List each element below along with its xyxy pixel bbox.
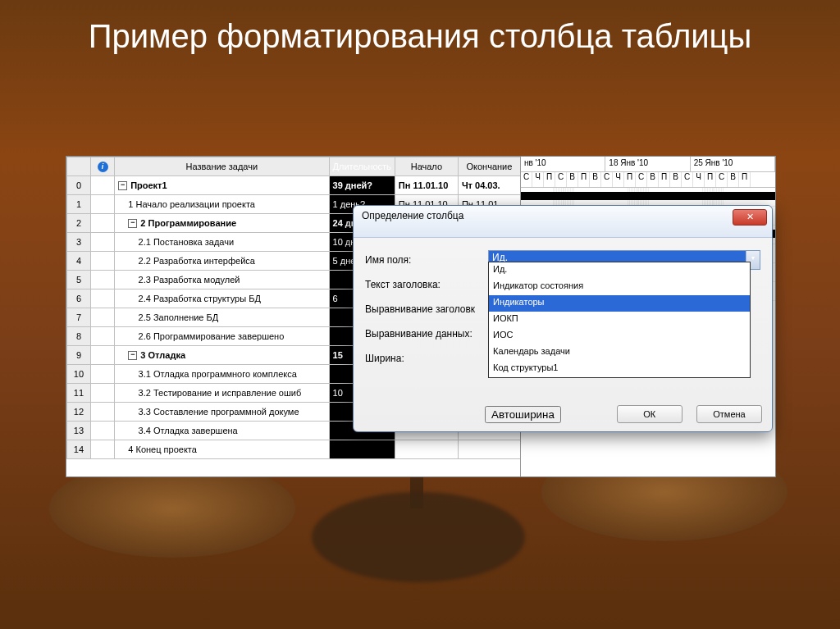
end-cell[interactable]: Чт 04.03. bbox=[458, 176, 520, 195]
collapse-toggle[interactable]: − bbox=[128, 219, 137, 228]
gantt-day: Ч bbox=[693, 172, 705, 187]
indicator-cell bbox=[90, 403, 114, 422]
row-number: 11 bbox=[67, 384, 91, 403]
dropdown-option[interactable]: ИОС bbox=[489, 328, 750, 344]
col-header-start[interactable]: Начало bbox=[395, 157, 458, 176]
label-width: Ширина: bbox=[365, 353, 488, 364]
indicator-cell bbox=[90, 176, 114, 195]
indicator-cell bbox=[90, 346, 114, 365]
task-name-cell[interactable]: 2.3 Разработка модулей bbox=[115, 271, 329, 289]
task-name-cell[interactable]: −3 Отладка bbox=[115, 346, 329, 365]
col-header-end[interactable]: Окончание bbox=[458, 157, 520, 176]
indicator-cell bbox=[90, 214, 114, 233]
dialog-titlebar[interactable]: Определение столбца ✕ bbox=[354, 206, 772, 238]
gantt-day: С bbox=[716, 172, 728, 187]
cancel-button[interactable]: Отмена bbox=[696, 405, 762, 423]
gantt-row bbox=[521, 188, 775, 207]
collapse-toggle[interactable]: − bbox=[128, 351, 137, 360]
dialog-close-button[interactable]: ✕ bbox=[733, 209, 767, 226]
gantt-day: С bbox=[601, 172, 613, 187]
label-data-align: Выравнивание данных: bbox=[365, 328, 488, 340]
indicator-cell bbox=[90, 422, 114, 440]
dropdown-option[interactable]: Календарь задачи bbox=[489, 344, 750, 361]
task-name-cell[interactable]: 1 Начало реализации проекта bbox=[115, 195, 329, 214]
ok-button[interactable]: ОК bbox=[617, 405, 682, 423]
dropdown-option[interactable]: Ид. bbox=[489, 262, 750, 279]
task-name-cell[interactable]: 3.1 Отладка программного комплекса bbox=[115, 365, 329, 384]
dropdown-option[interactable]: Индикаторы bbox=[489, 295, 750, 312]
task-name-cell[interactable]: 2.5 Заполнение БД bbox=[115, 308, 329, 327]
row-number: 12 bbox=[67, 403, 91, 422]
gantt-day: С bbox=[636, 172, 647, 187]
gantt-day: П bbox=[705, 172, 716, 187]
gantt-week: 25 Янв '10 bbox=[691, 157, 775, 171]
col-header-name[interactable]: Название задачи bbox=[115, 157, 329, 176]
end-cell[interactable] bbox=[458, 440, 520, 459]
row-number: 7 bbox=[67, 308, 91, 327]
gantt-day: В bbox=[670, 172, 682, 187]
gantt-day: С bbox=[521, 172, 532, 187]
table-row[interactable]: 14 4 Конец проекта bbox=[67, 440, 521, 459]
summary-bar[interactable] bbox=[521, 192, 775, 200]
gantt-day: П bbox=[624, 172, 636, 187]
task-name-cell[interactable]: 2.1 Постановка задачи bbox=[115, 233, 329, 252]
indicator-cell bbox=[90, 195, 114, 214]
indicator-cell bbox=[90, 252, 114, 271]
task-name-cell[interactable]: 2.4 Разработка структуры БД bbox=[115, 289, 329, 308]
duration-cell[interactable] bbox=[329, 440, 395, 459]
gantt-day: В bbox=[567, 172, 578, 187]
label-title-text: Текст заголовка: bbox=[365, 279, 488, 290]
task-name-cell[interactable]: 3.3 Составление программной докуме bbox=[115, 403, 329, 422]
gantt-day: В bbox=[590, 172, 601, 187]
gantt-day: Ч bbox=[532, 172, 544, 187]
task-name-cell[interactable]: −2 Программирование bbox=[115, 214, 329, 233]
indicator-cell bbox=[90, 233, 114, 252]
gantt-days-header: СЧПСВПВСЧПСВПВСЧПСВП bbox=[521, 172, 775, 188]
info-icon: i bbox=[98, 162, 108, 172]
row-number: 13 bbox=[67, 422, 91, 440]
slide-title: Пример форматирования столбца таблицы bbox=[0, 16, 840, 56]
dropdown-option[interactable]: Индикатор состояния bbox=[489, 279, 750, 295]
row-number: 5 bbox=[67, 271, 91, 289]
indicator-cell bbox=[90, 384, 114, 403]
scales-base bbox=[312, 492, 525, 582]
task-name-cell[interactable]: 4 Конец проекта bbox=[115, 440, 329, 459]
row-number: 9 bbox=[67, 346, 91, 365]
row-number: 2 bbox=[67, 214, 91, 233]
row-number: 6 bbox=[67, 289, 91, 308]
indicator-cell bbox=[90, 308, 114, 327]
task-name-cell[interactable]: −Проект1 bbox=[115, 176, 329, 195]
task-name-cell[interactable]: 2.2 Разработка интерфейса bbox=[115, 252, 329, 271]
field-name-dropdown[interactable]: Ид.Индикатор состоянияИндикаторыИОКПИОСК… bbox=[488, 262, 751, 378]
indicator-cell bbox=[90, 271, 114, 289]
indicator-cell bbox=[90, 327, 114, 346]
task-name-cell[interactable]: 2.6 Программирование завершено bbox=[115, 327, 329, 346]
dialog-title: Определение столбца bbox=[362, 210, 463, 221]
col-header-indicator[interactable]: i bbox=[90, 157, 114, 176]
gantt-day: В bbox=[728, 172, 739, 187]
gantt-weeks-header: нв '1018 Янв '1025 Янв '10 bbox=[521, 157, 775, 172]
col-header-rownum[interactable] bbox=[67, 157, 91, 176]
row-number: 0 bbox=[67, 176, 91, 195]
gantt-day: П bbox=[739, 172, 751, 187]
start-cell[interactable]: Пн 11.01.10 bbox=[395, 176, 458, 195]
gantt-day: В bbox=[647, 172, 659, 187]
indicator-cell bbox=[90, 440, 114, 459]
task-name-cell[interactable]: 3.4 Отладка завершена bbox=[115, 422, 329, 440]
indicator-cell bbox=[90, 365, 114, 384]
start-cell[interactable] bbox=[395, 440, 458, 459]
task-name-cell[interactable]: 3.2 Тестирование и исправление ошиб bbox=[115, 384, 329, 403]
gantt-day: Ч bbox=[613, 172, 624, 187]
collapse-toggle[interactable]: − bbox=[118, 181, 127, 190]
col-header-duration[interactable]: Длительность bbox=[329, 157, 395, 176]
gantt-day: С bbox=[555, 172, 567, 187]
row-number: 8 bbox=[67, 327, 91, 346]
row-number: 10 bbox=[67, 365, 91, 384]
gantt-day: С bbox=[682, 172, 693, 187]
dropdown-option[interactable]: ИОКП bbox=[489, 312, 750, 328]
autowidth-button[interactable]: Автоширина bbox=[485, 406, 561, 423]
duration-cell[interactable]: 39 дней? bbox=[329, 176, 395, 195]
gantt-day: П bbox=[578, 172, 590, 187]
table-row[interactable]: 0−Проект139 дней?Пн 11.01.10Чт 04.03. bbox=[67, 176, 521, 195]
dropdown-option[interactable]: Код структуры1 bbox=[489, 361, 750, 377]
